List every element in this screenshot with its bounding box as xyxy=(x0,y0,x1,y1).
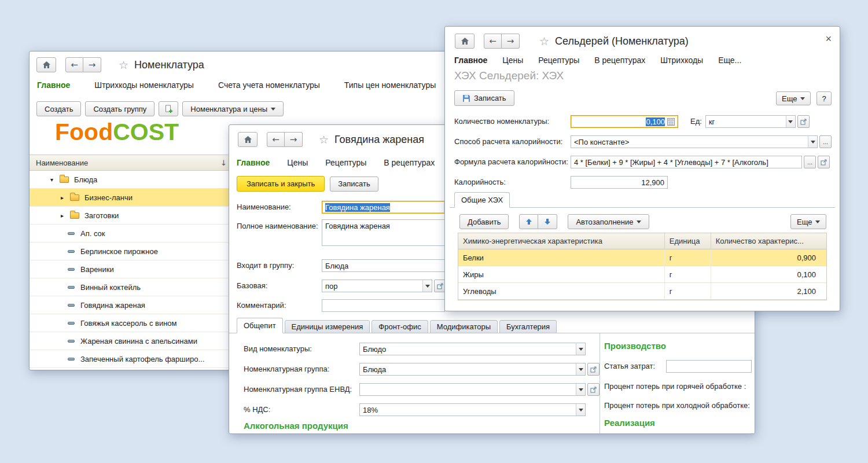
nav-glavnoe[interactable]: Главное xyxy=(237,158,270,167)
dropdown-button[interactable] xyxy=(576,403,586,416)
open-button[interactable] xyxy=(797,115,810,128)
nomenclature-prices-button[interactable]: Номенклатура и цены xyxy=(182,101,284,116)
choose-button[interactable]: ... xyxy=(819,135,832,148)
column-header-quantity[interactable]: Количество характерис... xyxy=(711,233,826,249)
vat-input[interactable]: 18% xyxy=(359,403,576,416)
nav-prices[interactable]: Цены xyxy=(287,158,308,167)
comment-input[interactable] xyxy=(322,299,445,312)
table-row[interactable]: Жиры г 0,100 xyxy=(458,266,826,283)
add-row-button[interactable]: Добавить xyxy=(459,214,509,229)
table-more-button[interactable]: Еще xyxy=(790,214,826,229)
nav-glavnoe[interactable]: Главное xyxy=(37,80,70,90)
table-row-selected[interactable]: Белки г 0,900 xyxy=(458,249,826,266)
heh-table-header: Химико-энергетическая характеристика Еди… xyxy=(458,233,826,249)
win1-nav: Главное Штрихкоды номенклатуры Счета уче… xyxy=(37,80,436,90)
calc-method-input[interactable]: <По константе> xyxy=(571,135,808,148)
tree-item-label: Берлинское пирожное xyxy=(80,247,158,256)
sort-descending-icon: ↓ xyxy=(220,159,227,167)
nav-barcodes[interactable]: Штрихкоды xyxy=(660,56,703,65)
nav-barcodes[interactable]: Штрихкоды номенклатуры xyxy=(94,80,194,90)
save-button[interactable]: Записать xyxy=(454,90,514,106)
help-button[interactable]: ? xyxy=(816,91,832,105)
create-group-button[interactable]: Создать группу xyxy=(85,101,155,116)
nav-in-recipes[interactable]: В рецептурах xyxy=(384,158,435,167)
tab-modifiers[interactable]: Модификаторы xyxy=(430,320,498,333)
home-button[interactable] xyxy=(455,34,475,49)
home-button[interactable] xyxy=(36,57,56,72)
more-button[interactable]: Еще xyxy=(776,91,811,105)
dropdown-button[interactable] xyxy=(576,383,586,396)
choose-button[interactable]: ... xyxy=(804,156,816,168)
column-header-characteristic[interactable]: Химико-энергетическая характеристика xyxy=(458,233,665,249)
home-icon xyxy=(461,37,469,45)
group-input[interactable]: Блюда xyxy=(322,259,445,272)
forward-button[interactable]: → xyxy=(285,132,303,147)
cost-item-input[interactable] xyxy=(666,360,752,373)
expander-closed-icon[interactable]: ▸ xyxy=(61,212,70,219)
nav-recipes[interactable]: Рецептуры xyxy=(325,158,366,167)
forward-button[interactable]: → xyxy=(83,57,101,72)
tab-accounting[interactable]: Бухгалтерия xyxy=(499,320,557,333)
copy-item-button[interactable] xyxy=(159,101,178,116)
envd-group-input[interactable] xyxy=(359,383,576,396)
favorite-star-icon[interactable]: ☆ xyxy=(119,58,128,71)
open-icon xyxy=(437,283,443,289)
close-icon[interactable]: × xyxy=(825,34,832,44)
back-button[interactable]: ← xyxy=(267,132,285,147)
tab-obshchepit[interactable]: Общепит xyxy=(237,318,283,333)
dropdown-button[interactable] xyxy=(808,135,818,148)
expander-open-icon[interactable]: ▾ xyxy=(50,177,60,183)
dropdown-button[interactable] xyxy=(786,115,796,128)
calculator-icon[interactable] xyxy=(667,118,675,126)
move-down-button[interactable] xyxy=(538,214,557,229)
table-row[interactable]: Углеводы г 2,100 xyxy=(458,283,826,300)
column-header-unit[interactable]: Единица xyxy=(665,233,711,249)
open-button[interactable] xyxy=(587,383,599,396)
home-button[interactable] xyxy=(238,132,258,147)
dropdown-button[interactable] xyxy=(576,343,586,355)
folder-icon xyxy=(70,194,79,201)
save-and-close-button[interactable]: Записать и закрыть xyxy=(237,176,325,192)
tab-general-heh[interactable]: Общие ХЭХ xyxy=(454,192,510,208)
favorite-star-icon[interactable]: ☆ xyxy=(319,133,329,146)
calories-input[interactable]: 12,900 xyxy=(571,176,668,189)
quantity-input[interactable]: 0,100 xyxy=(571,115,678,128)
back-button[interactable]: ← xyxy=(65,57,83,72)
nom-group-input[interactable]: Блюда xyxy=(359,363,576,376)
tree-item-label: Заготовки xyxy=(84,211,119,220)
base-unit-input[interactable]: пор xyxy=(322,280,423,292)
forward-button[interactable]: → xyxy=(502,34,520,49)
favorite-star-icon[interactable]: ☆ xyxy=(539,35,549,47)
kind-input[interactable]: Блюдо xyxy=(359,343,576,355)
save-floppy-icon xyxy=(462,94,470,102)
formula-input[interactable]: 4 * [Белки] + 9 * [Жиры] + 4 * [Углеводы… xyxy=(571,156,802,168)
item-icon xyxy=(68,268,75,271)
dropdown-button[interactable] xyxy=(422,280,432,292)
open-button[interactable] xyxy=(818,156,830,168)
tab-separator-line xyxy=(229,333,755,333)
tab-units[interactable]: Единицы измерения xyxy=(285,320,370,333)
nav-glavnoe[interactable]: Главное xyxy=(454,56,487,65)
create-button[interactable]: Создать xyxy=(36,101,81,116)
item-icon xyxy=(68,250,75,253)
name-input[interactable]: Говядина жареная xyxy=(322,201,445,214)
arrow-up-icon xyxy=(525,218,532,225)
nav-accounts[interactable]: Счета учета номенклатуры xyxy=(218,80,320,90)
dropdown-caret-icon xyxy=(425,285,430,288)
full-name-input[interactable]: Говядина жареная xyxy=(322,219,445,246)
dropdown-button[interactable] xyxy=(576,363,586,376)
open-button[interactable] xyxy=(587,363,599,376)
expander-closed-icon[interactable]: ▸ xyxy=(61,194,70,201)
unit-input[interactable]: кг xyxy=(705,115,786,128)
back-button[interactable]: ← xyxy=(484,34,502,49)
save-button[interactable]: Записать xyxy=(330,177,378,192)
nav-in-recipes[interactable]: В рецептурах xyxy=(594,56,645,65)
nav-recipes[interactable]: Рецептуры xyxy=(538,56,579,65)
move-up-button[interactable] xyxy=(519,214,538,229)
tab-front-office[interactable]: Фронт-офис xyxy=(372,320,428,333)
nav-more[interactable]: Еще... xyxy=(718,56,741,65)
nav-prices[interactable]: Цены xyxy=(502,56,523,65)
logo-food-text: Food xyxy=(55,119,113,145)
autofill-button[interactable]: Автозаполнение xyxy=(568,214,649,229)
nav-price-types[interactable]: Типы цен номенклатуры xyxy=(344,80,436,90)
